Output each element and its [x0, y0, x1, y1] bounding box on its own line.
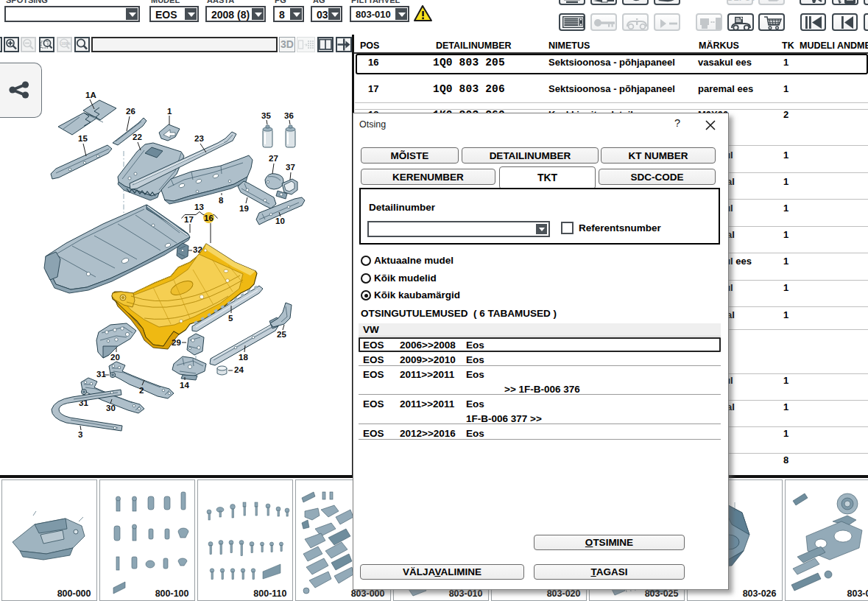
svg-text:5: 5: [228, 314, 233, 323]
svg-text:14: 14: [180, 381, 189, 390]
svg-text:19: 19: [239, 204, 249, 213]
svg-text:36: 36: [284, 111, 294, 120]
svg-text:1: 1: [167, 107, 172, 116]
svg-text:3: 3: [78, 430, 82, 439]
svg-text:27: 27: [269, 154, 278, 163]
svg-text:29: 29: [172, 338, 181, 347]
svg-text:16: 16: [204, 214, 214, 222]
svg-text:18: 18: [239, 353, 248, 362]
svg-text:2: 2: [139, 386, 144, 395]
svg-text:37: 37: [286, 163, 295, 172]
svg-text:100%: 100%: [61, 41, 71, 46]
svg-text:1A: 1A: [85, 91, 96, 99]
svg-text:23: 23: [194, 134, 204, 143]
svg-text:25: 25: [277, 330, 286, 339]
svg-text:10: 10: [275, 217, 285, 225]
svg-text:26: 26: [126, 107, 135, 116]
svg-text:31: 31: [96, 370, 106, 379]
svg-text:8: 8: [219, 196, 224, 205]
svg-text:35: 35: [261, 111, 271, 120]
svg-text:15: 15: [78, 134, 88, 143]
svg-text:13: 13: [194, 203, 204, 211]
svg-text:17: 17: [184, 215, 194, 224]
svg-text:24: 24: [234, 365, 244, 374]
svg-text:20: 20: [110, 353, 120, 362]
svg-text:30: 30: [106, 404, 116, 412]
svg-text:22: 22: [133, 133, 142, 141]
